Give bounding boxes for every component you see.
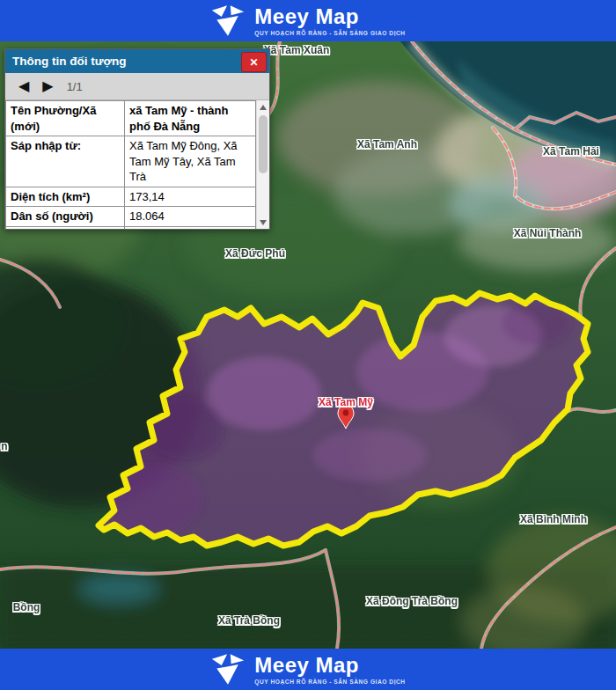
brand-name: Meey Map [254,655,405,676]
info-row-value: 18.064 [125,207,256,227]
map-viewport[interactable]: Xã Tam XuânXã Tam AnhXã Tam HảiXã Núi Th… [0,41,616,649]
top-header-bar: Meey Map QUY HOẠCH RÕ RÀNG - SẴN SÀNG GI… [0,0,616,41]
meeymap-logo-icon [210,653,246,686]
info-row-value: Thôn Tịnh Sơn, xã Tam Mỹ [125,226,256,229]
prev-page-icon[interactable]: ◀ [18,79,29,93]
info-row: Trụ sở hành chính (mới)Thôn Tịnh Sơn, xã… [6,226,256,229]
brand-name: Meey Map [254,6,405,27]
info-row: Diện tích (km²)173,14 [6,187,256,207]
scroll-up-icon[interactable] [257,100,269,114]
meeymap-logo-icon [210,4,246,37]
info-row-value: xã Tam Mỹ - thành phố Đà Nẵng [125,101,256,136]
info-row-label: Trụ sở hành chính (mới) [6,226,125,229]
next-page-icon[interactable]: ▶ [42,79,53,93]
info-row-label: Tên Phường/Xã (mới) [6,101,125,136]
info-row-label: Diện tích (km²) [6,187,125,207]
info-row: Tên Phường/Xã (mới)xã Tam Mỹ - thành phố… [6,101,256,136]
info-row-value: 173,14 [125,187,256,207]
info-row-value: Xã Tam Mỹ Đông, Xã Tam Mỹ Tây, Xã Tam Tr… [125,136,256,187]
meeymap-logo[interactable]: Meey Map QUY HOẠCH RÕ RÀNG - SẴN SÀNG GI… [210,4,405,37]
scrollbar-thumb[interactable] [259,115,268,173]
close-icon[interactable]: ✕ [241,52,267,72]
meeymap-footer-logo: Meey Map QUY HOẠCH RÕ RÀNG - SẴN SÀNG GI… [210,653,405,686]
panel-pagination: ◀ ▶ 1/1 [5,73,269,100]
meey-map-app: Meey Map QUY HOẠCH RÕ RÀNG - SẴN SÀNG GI… [0,0,616,690]
brand-text: Meey Map QUY HOẠCH RÕ RÀNG - SẴN SÀNG GI… [254,655,405,685]
scroll-down-icon[interactable] [257,216,269,229]
panel-body: Tên Phường/Xã (mới)xã Tam Mỹ - thành phố… [5,100,269,229]
page-indicator: 1/1 [67,80,83,93]
panel-header: Thông tin đối tượng ✕ [5,49,269,73]
brand-text: Meey Map QUY HOẠCH RÕ RÀNG - SẴN SÀNG GI… [254,6,405,36]
info-row-label: Sáp nhập từ: [6,136,125,187]
info-row: Sáp nhập từ:Xã Tam Mỹ Đông, Xã Tam Mỹ Tâ… [6,136,256,187]
brand-tagline: QUY HOẠCH RÕ RÀNG - SẴN SÀNG GIAO DỊCH [254,30,405,36]
info-row: Dân số (người)18.064 [6,207,256,227]
info-row-label: Dân số (người) [6,207,125,227]
bottom-footer-bar: Meey Map QUY HOẠCH RÕ RÀNG - SẴN SÀNG GI… [0,649,616,690]
panel-scrollbar[interactable] [256,100,269,229]
object-info-table: Tên Phường/Xã (mới)xã Tam Mỹ - thành phố… [5,100,256,229]
object-info-panel: Thông tin đối tượng ✕ ◀ ▶ 1/1 Tên Phường… [4,48,270,230]
brand-tagline: QUY HOẠCH RÕ RÀNG - SẴN SÀNG GIAO DỊCH [254,679,405,685]
panel-title: Thông tin đối tượng [12,55,127,68]
